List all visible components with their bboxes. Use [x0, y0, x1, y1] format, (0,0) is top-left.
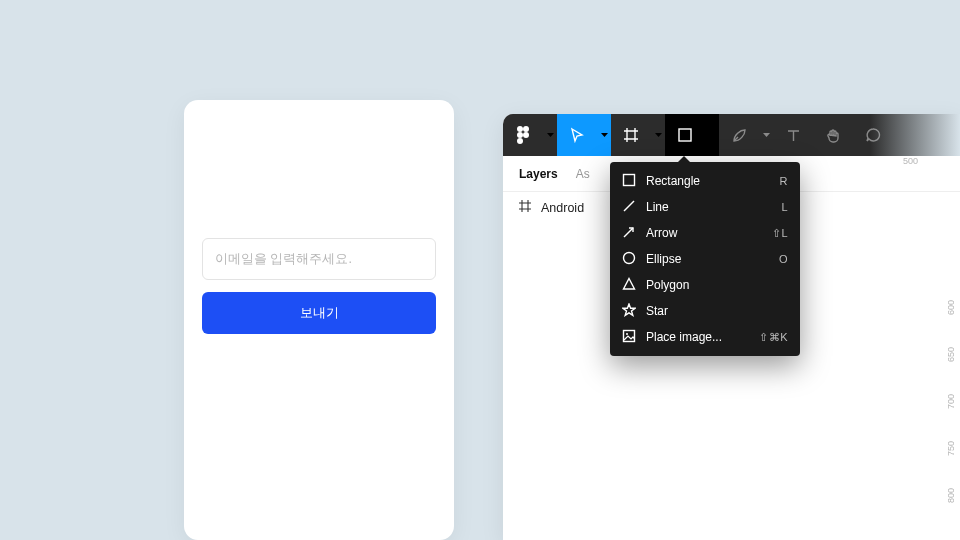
- email-field[interactable]: [202, 238, 436, 280]
- comment-tool-icon[interactable]: [853, 114, 893, 156]
- shape-tool-icon[interactable]: [665, 114, 705, 156]
- menu-ellipse[interactable]: Ellipse O: [610, 246, 800, 272]
- menu-rectangle[interactable]: Rectangle R: [610, 168, 800, 194]
- figma-window: Layers As Android 500 600 650 700 750 80…: [503, 114, 960, 540]
- svg-point-2: [517, 132, 523, 138]
- menu-arrow[interactable]: Arrow ⇧L: [610, 220, 800, 246]
- menu-polygon[interactable]: Polygon: [610, 272, 800, 298]
- image-icon: [622, 329, 636, 346]
- figma-toolbar: [503, 114, 960, 156]
- line-icon: [622, 199, 636, 216]
- ruler-right: 600 650 700 750 800: [946, 284, 956, 519]
- menu-line[interactable]: Line L: [610, 194, 800, 220]
- tab-layers[interactable]: Layers: [519, 167, 558, 181]
- star-icon: [622, 303, 636, 320]
- figma-menu-chevron[interactable]: [543, 114, 557, 156]
- figma-menu-icon[interactable]: [503, 114, 543, 156]
- text-tool-icon[interactable]: [773, 114, 813, 156]
- shape-tool-chevron[interactable]: [705, 114, 719, 156]
- svg-point-11: [626, 333, 628, 335]
- svg-rect-6: [624, 174, 635, 185]
- tab-assets[interactable]: As: [576, 167, 590, 181]
- svg-point-3: [523, 132, 529, 138]
- ellipse-icon: [622, 251, 636, 268]
- svg-point-9: [624, 252, 635, 263]
- frame-icon: [519, 200, 531, 215]
- hand-tool-icon[interactable]: [813, 114, 853, 156]
- svg-line-8: [624, 228, 633, 237]
- ruler-top: 500: [793, 156, 934, 178]
- frame-tool-chevron[interactable]: [651, 114, 665, 156]
- shape-dropdown: Rectangle R Line L Arrow ⇧L Ellipse O Po…: [610, 162, 800, 356]
- svg-point-1: [523, 126, 529, 132]
- move-tool-icon[interactable]: [557, 114, 597, 156]
- move-tool-chevron[interactable]: [597, 114, 611, 156]
- svg-rect-5: [679, 129, 691, 141]
- svg-line-7: [624, 201, 634, 211]
- mobile-mockup-card: 보내기: [184, 100, 454, 540]
- pen-tool-icon[interactable]: [719, 114, 759, 156]
- layer-label: Android: [541, 201, 584, 215]
- svg-point-4: [517, 138, 523, 144]
- menu-place-image[interactable]: Place image... ⇧⌘K: [610, 324, 800, 350]
- frame-tool-icon[interactable]: [611, 114, 651, 156]
- svg-point-0: [517, 126, 523, 132]
- svg-rect-10: [624, 330, 635, 341]
- menu-star[interactable]: Star: [610, 298, 800, 324]
- send-button[interactable]: 보내기: [202, 292, 436, 334]
- arrow-icon: [622, 225, 636, 242]
- rectangle-icon: [622, 173, 636, 190]
- pen-tool-chevron[interactable]: [759, 114, 773, 156]
- polygon-icon: [622, 277, 636, 294]
